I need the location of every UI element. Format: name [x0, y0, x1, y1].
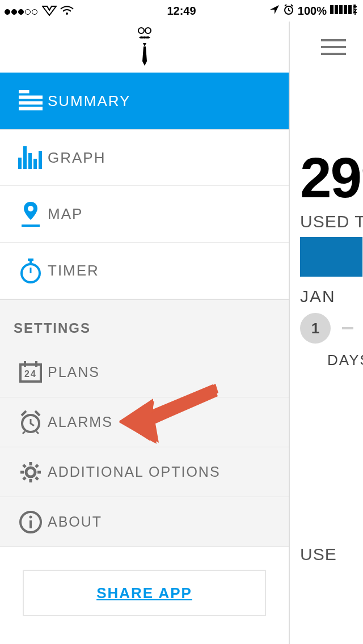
- svg-text:24: 24: [24, 369, 37, 379]
- status-left: [5, 5, 74, 18]
- svg-rect-14: [23, 146, 27, 169]
- nav-item-graph[interactable]: GRAPH: [0, 129, 289, 186]
- nav-item-timer[interactable]: TIMER: [0, 243, 289, 299]
- gear-icon: [14, 460, 48, 485]
- share-app-button[interactable]: SHARE APP: [23, 570, 266, 616]
- settings-label: ADDITIONAL OPTIONS: [48, 464, 221, 480]
- nav-label: SUMMARY: [48, 92, 130, 110]
- svg-rect-20: [28, 259, 33, 261]
- day-pill-1[interactable]: 1: [300, 313, 331, 344]
- svg-rect-4: [339, 5, 343, 14]
- alarm-clock-icon: [14, 410, 48, 435]
- svg-point-30: [29, 515, 32, 518]
- svg-rect-9: [19, 90, 29, 93]
- month-label: JAN: [300, 287, 363, 306]
- bar-chart-icon: [14, 146, 48, 169]
- calendar-icon: 24: [14, 361, 48, 384]
- svg-point-8: [145, 28, 151, 33]
- settings-label: ALARMS: [48, 414, 113, 430]
- settings-section: SETTINGS 24 PLANS: [0, 299, 289, 547]
- location-icon: [269, 5, 280, 18]
- drawer-logo: [0, 22, 289, 73]
- share-section: SHARE APP: [0, 547, 289, 639]
- svg-rect-6: [348, 5, 352, 14]
- status-time: 12:49: [167, 5, 196, 18]
- days-row: 1 2: [300, 313, 363, 344]
- stopwatch-icon: [14, 259, 48, 283]
- settings-item-about[interactable]: ABOUT: [0, 497, 289, 547]
- days-caption: DAYS: [327, 351, 363, 369]
- svg-rect-21: [29, 261, 32, 263]
- svg-rect-3: [335, 5, 338, 14]
- svg-rect-5: [344, 5, 347, 14]
- nav-label: TIMER: [48, 262, 99, 279]
- navigation-drawer: SUMMARY GRAPH: [0, 22, 289, 644]
- svg-point-18: [28, 206, 33, 211]
- map-pin-icon: [14, 201, 48, 228]
- svg-rect-10: [19, 96, 43, 99]
- settings-heading: SETTINGS: [0, 313, 289, 348]
- svg-rect-25: [35, 361, 37, 367]
- settings-item-alarms[interactable]: ALARMS: [0, 397, 289, 447]
- svg-point-28: [26, 468, 35, 477]
- signal-dots-icon: [5, 5, 39, 18]
- status-right: 100%: [269, 4, 358, 18]
- usage-number: 299: [300, 152, 363, 203]
- info-icon: [14, 510, 48, 535]
- svg-point-7: [138, 28, 144, 33]
- battery-icon: [330, 5, 358, 18]
- svg-rect-2: [330, 5, 334, 14]
- svg-rect-17: [39, 151, 42, 169]
- svg-rect-24: [24, 361, 26, 367]
- wifi-icon: [60, 6, 74, 16]
- svg-rect-16: [33, 159, 37, 169]
- settings-label: ABOUT: [48, 514, 102, 530]
- usage-label: USED T: [300, 212, 363, 231]
- svg-rect-13: [18, 158, 22, 169]
- battery-percent: 100%: [298, 5, 327, 18]
- status-bar: 12:49 100%: [0, 0, 363, 22]
- nav-item-summary[interactable]: SUMMARY: [0, 73, 289, 129]
- alarm-status-icon: [283, 4, 294, 18]
- svg-rect-11: [19, 101, 43, 104]
- svg-rect-12: [19, 107, 43, 110]
- settings-label: PLANS: [48, 364, 100, 380]
- second-usage-label: USE: [300, 545, 363, 564]
- svg-point-0: [66, 12, 68, 15]
- menu-toggle-button[interactable]: [321, 39, 346, 55]
- svg-rect-15: [28, 153, 32, 169]
- usage-progress-bar: [300, 237, 363, 277]
- settings-item-additional[interactable]: ADDITIONAL OPTIONS: [0, 447, 289, 497]
- carrier-icon: [42, 6, 57, 16]
- nav-label: MAP: [48, 205, 83, 223]
- nav-item-map[interactable]: MAP: [0, 186, 289, 243]
- nav-label: GRAPH: [48, 149, 105, 167]
- svg-rect-19: [22, 224, 40, 227]
- main-content-peek: 299 USED T JAN 1 2 DAYS USE: [289, 22, 363, 644]
- lines-icon: [14, 90, 48, 112]
- settings-item-plans[interactable]: 24 PLANS: [0, 348, 289, 397]
- app-logo-icon: [134, 27, 155, 67]
- svg-rect-31: [29, 520, 32, 528]
